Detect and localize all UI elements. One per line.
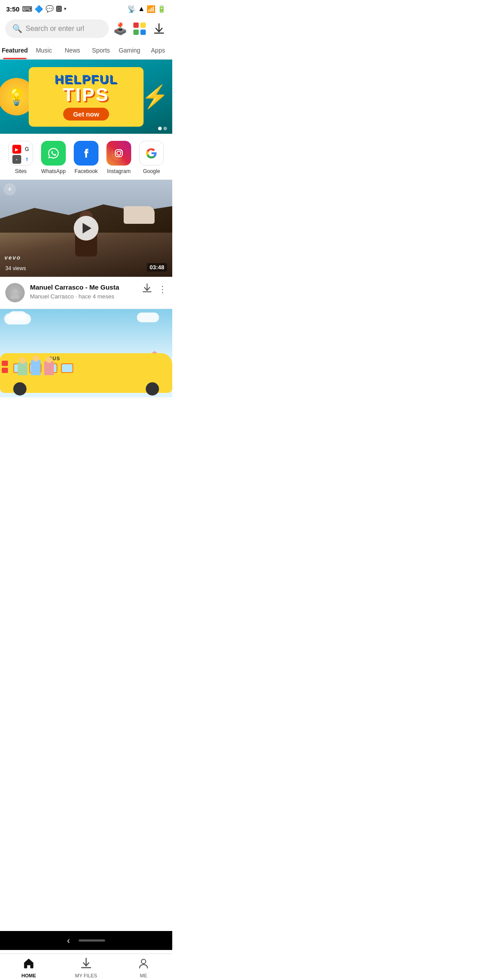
apps-grid-icon xyxy=(132,22,147,36)
sites-icon: ▶ G ▪ f xyxy=(8,141,33,166)
svg-point-11 xyxy=(121,150,121,151)
joystick-icon-btn[interactable]: 🕹️ xyxy=(112,21,128,37)
google-icon-img xyxy=(139,141,164,166)
svg-rect-2 xyxy=(133,30,139,35)
banner-content: HELPFUL TIPS Get now xyxy=(29,67,144,127)
google-label: Google xyxy=(143,168,160,174)
video1-actions: ⋮ xyxy=(142,283,167,295)
apps-grid-btn[interactable] xyxy=(132,21,148,37)
joystick-icon: 🕹️ xyxy=(113,22,127,36)
instagram-label: Instagram xyxy=(107,168,130,174)
app-icon-sites[interactable]: ▶ G ▪ f Sites xyxy=(8,141,33,174)
msg-icon: 💬 xyxy=(45,5,54,13)
tab-apps[interactable]: Apps xyxy=(144,41,172,59)
banner-dots xyxy=(158,127,167,130)
video1-views: 34 views xyxy=(5,265,26,271)
tab-news[interactable]: News xyxy=(58,41,87,59)
svg-rect-3 xyxy=(140,30,146,35)
banner-title-helpful: HELPFUL xyxy=(41,73,131,86)
download-btn[interactable] xyxy=(151,21,167,37)
search-bar-container: 🔍 Search or enter url 🕹️ xyxy=(0,16,172,41)
video1-more-icon[interactable]: ⋮ xyxy=(158,284,167,294)
app-icon-facebook[interactable]: Facebook xyxy=(74,141,98,174)
facebook-label: Facebook xyxy=(75,168,98,174)
video2-add-btn[interactable]: + xyxy=(4,313,16,325)
banner[interactable]: 💡 HELPFUL TIPS Get now ⚡ xyxy=(0,60,172,134)
sites-misc1-icon: ▪ xyxy=(12,155,21,164)
video-card-1: + vevo 34 views 03:48 xyxy=(0,180,172,277)
video1-meta: Manuel Carrasco · hace 4 meses xyxy=(30,293,137,300)
status-time: 3:50 xyxy=(6,5,19,13)
tab-music[interactable]: Music xyxy=(30,41,58,59)
video1-vevo: vevo xyxy=(4,254,21,261)
video1-add-btn[interactable]: + xyxy=(4,183,16,196)
video1-thumbnail[interactable]: vevo 34 views 03:48 xyxy=(0,180,172,277)
search-input-wrap[interactable]: 🔍 Search or enter url xyxy=(5,19,109,38)
tab-gaming[interactable]: Gaming xyxy=(115,41,144,59)
signal-icon: 📶 xyxy=(147,5,155,13)
wifi-icon: ▲ xyxy=(138,5,145,13)
svg-rect-0 xyxy=(133,23,139,28)
facebook-icon-img xyxy=(74,141,98,166)
instagram-icon-img xyxy=(106,141,131,166)
app-icon-google[interactable]: Google xyxy=(139,141,164,174)
video1-download-icon[interactable] xyxy=(142,283,152,295)
sites-google-sub-icon: G xyxy=(23,145,31,154)
status-right-icons: 📡 ▲ 📶 🔋 xyxy=(127,5,166,13)
whatsapp-label: WhatsApp xyxy=(41,168,65,174)
video1-avatar xyxy=(5,283,25,302)
app-icon-instagram[interactable]: Instagram xyxy=(106,141,131,174)
video1-title: Manuel Carrasco - Me Gusta xyxy=(30,283,137,292)
status-bar: 3:50 ⌨ 🔷 💬 □ • 📡 ▲ 📶 🔋 xyxy=(0,0,172,16)
cast-icon: 📡 xyxy=(127,5,136,13)
nav-tabs: Featured Music News Sports Gaming Apps xyxy=(0,41,172,60)
search-placeholder: Search or enter url xyxy=(26,25,84,33)
app-icon-whatsapp[interactable]: WhatsApp xyxy=(41,141,66,174)
video1-play-btn[interactable] xyxy=(74,216,98,241)
download-icon xyxy=(153,23,165,34)
video1-text: Manuel Carrasco - Me Gusta Manuel Carras… xyxy=(30,283,137,300)
sites-youtube-icon: ▶ xyxy=(12,145,21,154)
svg-point-8 xyxy=(111,146,126,161)
battery-icon: 🔋 xyxy=(157,5,166,13)
svg-point-13 xyxy=(12,289,18,294)
app-icons-row: ▶ G ▪ f Sites WhatsApp xyxy=(0,134,172,180)
svg-point-14 xyxy=(11,294,19,299)
video1-info-row: Manuel Carrasco - Me Gusta Manuel Carras… xyxy=(0,277,172,309)
kb-icon: ⌨ xyxy=(22,5,32,13)
sites-misc2-icon: f xyxy=(23,155,31,164)
banner-lightning: ⚡ xyxy=(141,84,169,109)
search-icon: 🔍 xyxy=(12,24,22,34)
sites-label: Sites xyxy=(15,168,27,174)
video-card-2: + STOP B xyxy=(0,309,172,397)
banner-title-tips: TIPS xyxy=(41,86,131,104)
vpn-icon: 🔷 xyxy=(34,5,43,13)
tab-featured[interactable]: Featured xyxy=(0,41,30,59)
video1-duration: 03:48 xyxy=(147,263,167,271)
dot-icon: • xyxy=(64,5,67,13)
whatsapp-icon-img xyxy=(41,141,66,166)
svg-rect-1 xyxy=(140,23,146,28)
tab-sports[interactable]: Sports xyxy=(87,41,115,59)
banner-get-now-btn[interactable]: Get now xyxy=(63,108,109,121)
video2-thumbnail[interactable]: STOP BUS xyxy=(0,309,172,397)
status-left-icons: ⌨ 🔷 💬 □ • xyxy=(22,5,66,13)
screen-rec-icon: □ xyxy=(56,6,62,12)
